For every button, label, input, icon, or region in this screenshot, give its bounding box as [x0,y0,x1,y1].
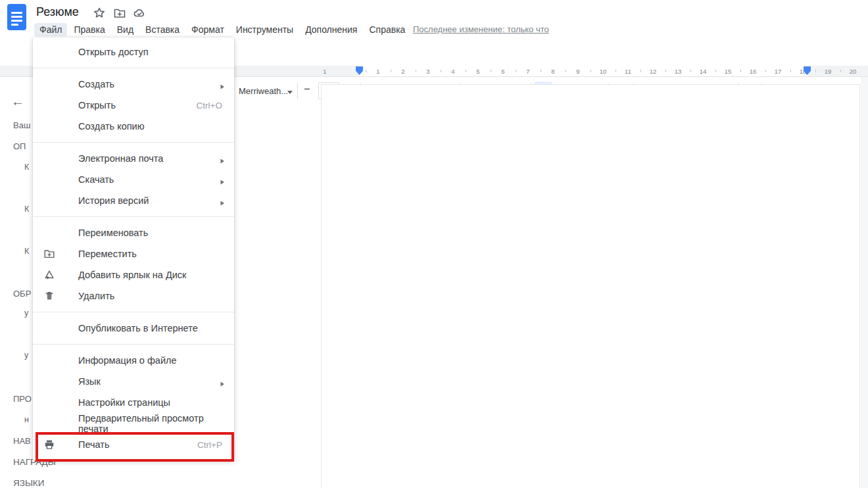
ruler-number: 7 [526,68,529,75]
submenu-arrow-icon [220,155,225,162]
outline-item-9[interactable]: ПРО [13,394,32,404]
outline-item-7[interactable]: у [24,308,28,318]
menubar-item-5[interactable]: Формат [186,23,229,36]
outline-item-2[interactable]: ОП [13,141,26,151]
menu-item-label: Открыть доступ [78,47,234,57]
ruler-tick [765,70,766,72]
outline-item-10[interactable]: н [24,415,29,424]
ruler-tick [690,70,691,72]
submenu-arrow-icon [220,197,225,204]
file-menu-item-4[interactable]: ОткрытьCtrl+O [33,95,234,116]
last-edit-link[interactable]: Последнее изменение: только что [413,24,549,34]
decrease-font-size-button[interactable]: − [304,83,310,96]
outline-item-11[interactable]: НАВ [13,436,31,446]
menu-bar: ФайлПравкаВидВставкаФорматИнструментыДоп… [34,22,412,37]
file-menu-item-5[interactable]: Создать копию [33,116,234,137]
menubar-item-1[interactable]: Файл [34,23,67,36]
menu-item-label: Добавить ярлык на Диск [78,270,234,280]
ruler-number: 20 [850,68,857,75]
ruler-tick [640,70,641,72]
ruler-tick [541,70,541,72]
file-menu-item-3[interactable]: Создать [33,74,234,95]
menu-item-label: Создать копию [78,121,234,132]
file-menu-dropdown: Открыть доступСоздатьОткрытьCtrl+OСоздат… [33,37,234,460]
google-docs-logo[interactable] [7,4,26,30]
ruler-number: 4 [451,68,454,75]
menu-divider [33,137,234,148]
ruler-tick [591,70,591,72]
ruler-tick [740,70,741,72]
google-docs-window: Резюме ФайлПравкаВидВставкаФорматИнструм… [0,0,868,488]
menubar-item-8[interactable]: Справка [364,23,410,36]
ruler-number: 10 [600,68,607,75]
ruler-tick [491,70,491,72]
menu-item-label: Скачать [78,174,220,185]
cloud-saved-icon [133,7,146,20]
outline-item-13[interactable]: ЯЗЫКИ [13,478,44,488]
menubar-item-4[interactable]: Вставка [140,23,185,36]
move-folder-icon[interactable] [113,7,126,20]
file-menu-item-11[interactable]: Переименовать [33,222,234,243]
star-icon[interactable] [93,7,106,20]
ruler-tick [815,70,816,72]
outline-item-5[interactable]: К [24,247,29,256]
ruler-tick [566,70,566,72]
file-menu-item-8[interactable]: Скачать [33,169,234,190]
ruler-tick [466,70,466,72]
submenu-arrow-icon [220,81,225,87]
ruler-tick [840,70,841,72]
font-family-caret-icon[interactable] [287,91,293,94]
outline-item-8[interactable]: у [24,351,28,360]
file-menu-item-13[interactable]: Добавить ярлык на Диск [33,264,234,285]
menu-item-label: Настройки страницы [78,397,234,408]
menu-item-label: Удалить [78,291,234,301]
ruler-number: 16 [750,68,757,75]
ruler-tick [516,70,516,72]
menubar-item-3[interactable]: Вид [112,23,139,36]
ruler-number: 1 [376,68,379,75]
ruler-number: 19 [825,68,832,75]
ruler-number: 11 [625,68,631,75]
ruler-tick [665,70,666,72]
ruler-number: 15 [725,68,732,75]
outline-item-1[interactable]: Ваш [13,120,30,130]
file-menu-item-7[interactable]: Электронная почта [33,148,234,169]
drive-shortcut-icon [33,269,78,281]
document-page[interactable] [321,84,860,488]
menu-item-label: Предварительный просмотр печати [78,413,234,434]
outline-item-3[interactable]: К [24,162,29,172]
file-menu-item-14[interactable]: Удалить [33,285,234,306]
trash-icon [33,290,78,302]
ruler-number: 13 [675,68,682,75]
file-menu-item-19[interactable]: Язык [33,371,234,392]
outline-item-4[interactable]: К [24,205,29,214]
menu-divider [33,339,234,350]
ruler-number: 14 [700,68,707,75]
ruler-tick [615,70,616,72]
menu-item-shortcut: Ctrl+O [197,101,222,110]
ruler-tick [391,70,391,72]
ruler-tick [715,70,716,72]
menu-item-label: Язык [78,376,220,387]
menu-item-label: Опубликовать в Интернете [78,323,234,333]
move-folder-icon [33,248,78,260]
ruler-tick [366,70,366,72]
close-outline-icon[interactable]: ← [11,94,26,109]
file-menu-item-9[interactable]: История версий [33,190,234,211]
menubar-item-2[interactable]: Правка [68,23,110,36]
file-menu-item-18[interactable]: Информация о файле [33,350,234,371]
menu-item-label: Переместить [78,249,234,259]
outline-item-6[interactable]: ОБР [13,289,31,299]
menubar-item-6[interactable]: Инструменты [231,23,299,36]
menu-item-label: Создать [78,79,220,89]
menubar-item-7[interactable]: Дополнения [300,23,362,36]
file-menu-item-21[interactable]: Предварительный просмотр печати [33,413,234,434]
file-menu-item-20[interactable]: Настройки страницы [33,392,234,413]
file-menu-item-12[interactable]: Переместить [33,243,234,264]
file-menu-item-16[interactable]: Опубликовать в Интернете [33,318,234,339]
document-title[interactable]: Резюме [36,5,79,19]
file-menu-item-1[interactable]: Открыть доступ [33,41,234,62]
font-family-select[interactable]: Merriweath... [239,86,288,96]
menu-item-label: Переименовать [78,228,234,238]
ruler-number: 9 [576,68,579,75]
